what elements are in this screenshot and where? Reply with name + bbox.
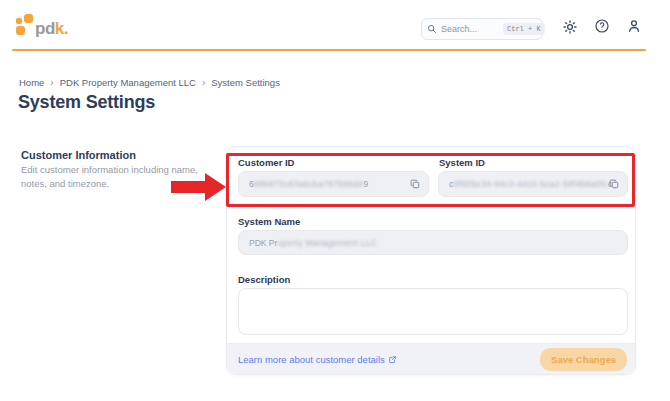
- system-name-value-masked: operty Management LLC: [277, 238, 377, 248]
- description-label: Description: [238, 274, 290, 285]
- customer-id-value: 9: [363, 179, 368, 189]
- system-id-label: System ID: [439, 157, 485, 168]
- logo-dot: [16, 26, 25, 35]
- header-divider: [12, 49, 646, 51]
- external-link-icon: [388, 355, 397, 364]
- breadcrumb: Home › PDK Property Management LLC › Sys…: [19, 77, 280, 88]
- customer-information-card: Customer ID System ID 688b973c83a6cba787…: [226, 146, 636, 375]
- keyboard-shortcut-badge: Ctrl + K: [503, 23, 545, 35]
- section-heading: Customer Information: [21, 149, 136, 161]
- customer-id-label: Customer ID: [238, 157, 294, 168]
- global-search[interactable]: Ctrl + K: [421, 18, 543, 40]
- breadcrumb-customer[interactable]: PDK Property Management LLC: [60, 77, 196, 88]
- logo-dot: [24, 14, 33, 23]
- system-name-field[interactable]: PDK Property Management LLC: [238, 230, 628, 255]
- card-footer: Learn more about customer details Save C…: [227, 343, 635, 374]
- copy-customer-id-button[interactable]: [409, 178, 421, 190]
- breadcrumb-home[interactable]: Home: [19, 77, 44, 88]
- customer-id-field[interactable]: 688b973c83a6cba787b56d49: [238, 171, 429, 197]
- logo-text: pdk.: [35, 19, 68, 39]
- system-id-field[interactable]: c0f605e34-94c3-4410-bca2-58f4b6a0fcc: [438, 171, 628, 197]
- annotation-arrow: [171, 172, 227, 202]
- system-name-label: System Name: [238, 216, 300, 227]
- system-id-value-masked: 0f605e34-94c3-4410-bca2-58f4b6a0fc: [453, 179, 608, 189]
- user-icon: [626, 18, 642, 34]
- copy-icon: [608, 178, 620, 190]
- breadcrumb-separator: ›: [202, 77, 205, 88]
- customer-id-value-masked: 88b973c83a6cba787b56d4: [254, 179, 364, 189]
- description-textarea[interactable]: [238, 288, 628, 335]
- copy-icon: [409, 178, 421, 190]
- help-icon: [594, 18, 610, 34]
- theme-toggle-button[interactable]: [562, 19, 578, 35]
- learn-more-link[interactable]: Learn more about customer details: [238, 354, 397, 365]
- search-input[interactable]: [441, 24, 499, 34]
- account-button[interactable]: [626, 18, 642, 34]
- sun-icon: [562, 19, 578, 35]
- save-changes-button[interactable]: Save Changes: [540, 348, 627, 371]
- help-button[interactable]: [594, 18, 610, 34]
- breadcrumb-current: System Settings: [211, 77, 280, 88]
- page-title: System Settings: [18, 92, 155, 113]
- system-name-value: PDK Pr: [249, 238, 277, 248]
- system-settings-page: pdk. Ctrl + K Home › P: [0, 0, 670, 401]
- search-icon: [427, 24, 437, 34]
- learn-more-label: Learn more about customer details: [238, 354, 385, 365]
- copy-system-id-button[interactable]: [608, 178, 620, 190]
- pdk-logo[interactable]: pdk.: [16, 13, 86, 43]
- breadcrumb-separator: ›: [50, 77, 53, 88]
- logo-dot: [16, 18, 22, 24]
